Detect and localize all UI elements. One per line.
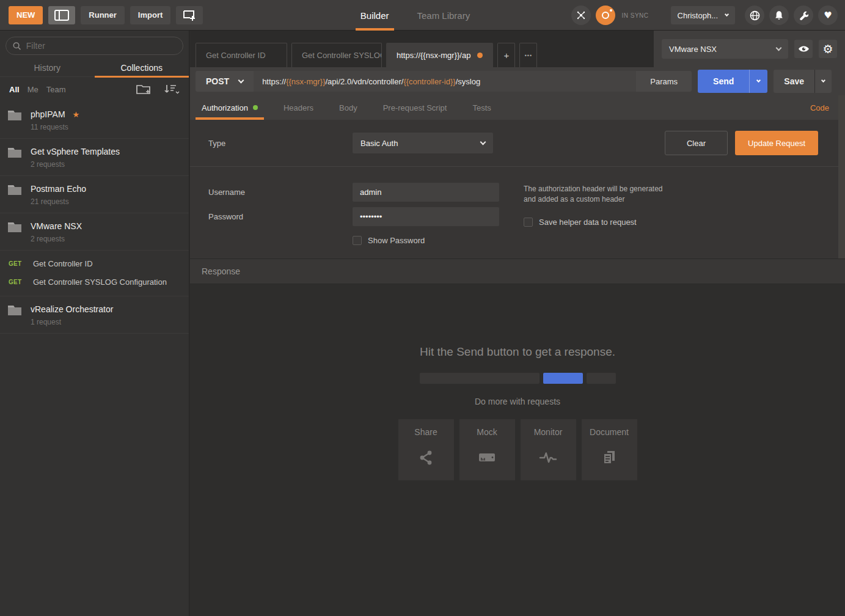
notifications-button[interactable] [769,6,789,25]
environment-settings-button[interactable]: ⚙ [819,40,837,58]
authorization-editor: Type Basic Auth Clear Update Request Use… [190,120,845,258]
save-button-group: Save [774,70,832,93]
method-label: POST [206,76,229,86]
response-section-header[interactable]: Response [190,258,845,284]
url-variable: {{controller-id}} [403,77,455,86]
show-password-checkbox[interactable] [353,236,362,245]
card-label: Share [414,427,437,437]
collection-vrealize-orchestrator[interactable]: vRealize Orchestrator 1 request [0,296,189,334]
star-icon[interactable]: ★ [73,110,80,119]
scope-me[interactable]: Me [27,85,38,94]
toggle-sidebar-button[interactable] [48,6,75,24]
request-tab-active[interactable]: https://{{nsx-mgr}}/ap [386,43,493,67]
sort-icon[interactable] [164,84,180,95]
chevron-down-icon [776,45,782,51]
runner-button[interactable]: Runner [81,6,125,24]
new-button[interactable]: NEW [9,6,43,24]
sidebar-tabs: History Collections [0,59,189,77]
top-bar-right: IN SYNC Christoph... [571,0,845,31]
satellite-icon [576,10,586,20]
send-options-button[interactable] [749,70,767,93]
request-tab-label: https://{{nsx-mgr}}/ap [397,51,470,60]
auth-type-select[interactable]: Basic Auth [353,133,493,153]
scope-team[interactable]: Team [46,85,66,94]
new-window-button[interactable] [176,6,203,24]
code-link[interactable]: Code [810,103,829,112]
settings-wrench-button[interactable] [794,6,813,25]
tab-headers[interactable]: Headers [277,95,320,120]
send-button[interactable]: Send [698,70,749,93]
vmware-nsx-requests: GET Get Controller ID GET Get Controller… [0,251,189,296]
interceptor-button[interactable] [571,6,591,25]
tab-overflow-button[interactable]: ••• [519,43,537,67]
mock-card[interactable]: Mock [459,419,515,480]
request-tab-2[interactable]: Get Controller SYSLOG Conf [291,43,382,67]
scope-all[interactable]: All [9,85,20,94]
request-editor-tabs: Authorization Headers Body Pre-request S… [190,95,845,120]
tab-pre-request-script[interactable]: Pre-request Script [377,95,453,120]
top-bar-left: NEW Runner Import [0,6,203,24]
collection-name: VMware NSX [31,221,82,231]
document-card[interactable]: Document [582,419,637,480]
sidebar: History Collections All Me Team [0,31,189,616]
card-label: Document [590,427,629,437]
add-tab-button[interactable]: + [497,43,515,67]
params-button[interactable]: Params [636,71,692,92]
request-tab-1[interactable]: Get Controller ID [196,43,287,67]
filter-search-box[interactable] [5,37,183,55]
sync-status-label: IN SYNC [621,12,648,19]
builder-pane: Get Controller ID Get Controller SYSLOG … [190,31,845,616]
save-button[interactable]: Save [774,70,814,93]
empty-state-title: Hit the Send button to get a response. [420,345,615,359]
tab-collections[interactable]: Collections [95,59,189,76]
clear-button[interactable]: Clear [665,131,728,155]
auth-type-value: Basic Auth [360,139,398,148]
tab-history[interactable]: History [0,59,95,76]
favorites-button[interactable]: ♥ [818,6,838,25]
collection-get-vsphere-templates[interactable]: Get vSphere Templates 2 requests [0,139,189,176]
environment-label: VMware NSX [669,45,717,54]
update-request-button[interactable]: Update Request [735,131,818,155]
password-label: Password [208,212,353,221]
username-field[interactable] [353,183,499,202]
bell-icon [774,10,784,20]
environment-preview-button[interactable] [794,40,813,58]
share-card[interactable]: Share [398,419,454,480]
request-get-controller-syslog[interactable]: GET Get Controller SYSLOG Configuration [0,273,189,291]
editor-scrollbar[interactable] [838,95,845,258]
user-menu[interactable]: Christoph... [671,6,735,24]
method-select[interactable]: POST [196,71,254,92]
share-icon [417,449,434,466]
tab-body[interactable]: Body [333,95,364,120]
filter-input[interactable] [26,41,176,51]
tab-authorization[interactable]: Authorization [196,95,264,120]
sync-dot-icon [610,9,612,12]
save-helper-checkbox[interactable] [524,218,533,227]
save-options-button[interactable] [814,70,832,93]
sync-ring-icon [602,12,609,19]
new-folder-icon[interactable] [136,83,152,95]
tab-tests[interactable]: Tests [466,95,497,120]
skeleton-send-bar [543,373,583,384]
monitor-card[interactable]: Monitor [521,419,576,480]
auth-actions: Clear Update Request [665,131,818,155]
collection-phpipam[interactable]: phpIPAM ★ 11 requests [0,101,189,139]
folder-icon [7,147,22,159]
proxy-button[interactable] [745,6,764,25]
collection-vmware-nsx[interactable]: VMware NSX 2 requests [0,213,189,251]
environment-select[interactable]: VMware NSX [662,39,788,59]
url-part: /syslog [456,77,480,86]
password-field[interactable] [353,207,499,226]
tab-team-library[interactable]: Team Library [417,0,470,31]
card-label: Monitor [534,427,563,437]
user-menu-label: Christoph... [678,11,718,20]
collection-name: phpIPAM [31,109,65,119]
url-input[interactable]: https://{{nsx-mgr}}/api/2.0/vdn/controll… [254,71,636,92]
collection-meta: 21 requests [31,197,86,206]
sync-status-button[interactable] [596,6,615,25]
two-pane-layout-icon [54,10,69,21]
import-button[interactable]: Import [130,6,170,24]
collection-postman-echo[interactable]: Postman Echo 21 requests [0,176,189,213]
tab-builder[interactable]: Builder [360,0,389,31]
request-get-controller-id[interactable]: GET Get Controller ID [0,254,189,273]
